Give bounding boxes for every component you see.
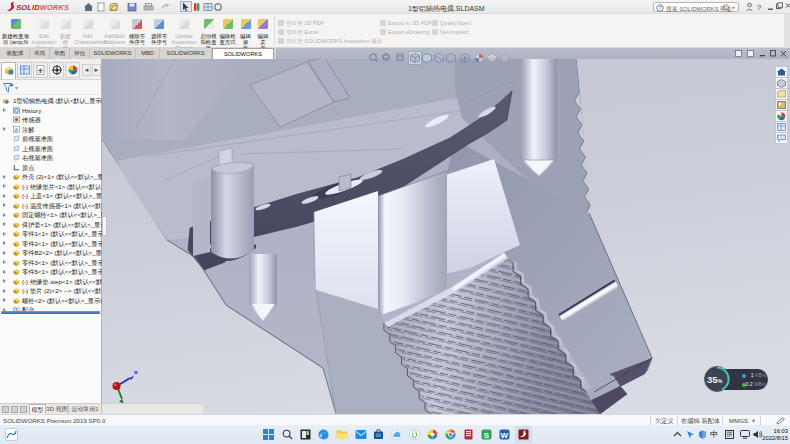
- svg-text:?: ?: [757, 3, 761, 12]
- svg-text:?: ?: [659, 5, 662, 11]
- svg-text:W: W: [501, 431, 509, 440]
- svg-text:S: S: [484, 431, 490, 440]
- svg-text:A: A: [15, 126, 19, 132]
- svg-text:SOLIDWORKS: SOLIDWORKS: [16, 3, 69, 12]
